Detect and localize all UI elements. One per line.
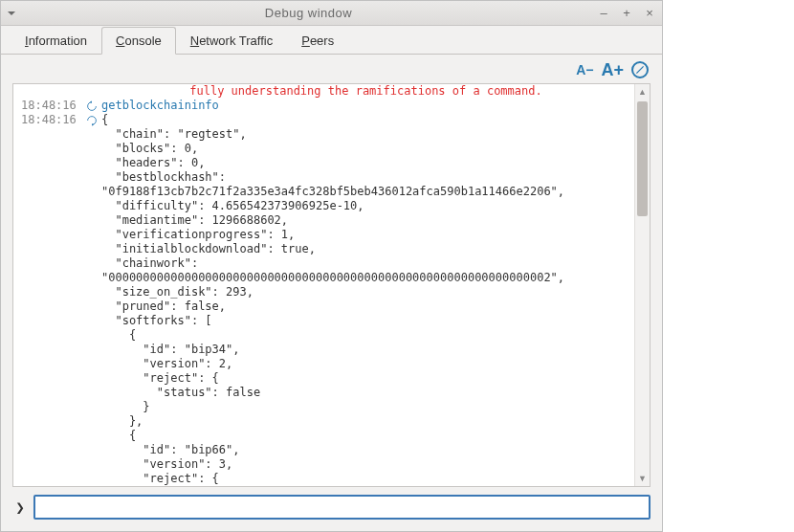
tab-bar: Information Console Network Traffic Peer…	[1, 26, 662, 55]
tab-label: Network Traffic	[190, 33, 273, 48]
font-decrease-button[interactable]: A−	[576, 62, 593, 78]
console-command-input[interactable]	[33, 495, 651, 520]
vertical-scrollbar[interactable]: ▲ ▼	[634, 84, 650, 486]
tab-peers[interactable]: Peers	[287, 27, 348, 54]
command-text: getblockchaininfo	[101, 99, 634, 113]
scroll-up-arrow-icon[interactable]: ▲	[635, 84, 650, 100]
tab-console[interactable]: Console	[101, 27, 176, 55]
console-toolbar: A− A+	[1, 55, 662, 81]
prompt-icon: ❯	[12, 499, 28, 517]
tab-label: Information	[25, 33, 87, 48]
console-row-warning: fully understanding the ramifications of…	[13, 84, 634, 99]
console-output: fully understanding the ramifications of…	[12, 83, 651, 487]
command-sent-icon	[82, 99, 101, 113]
warning-text: fully understanding the ramifications of…	[101, 84, 634, 99]
app-menu-icon[interactable]	[7, 9, 20, 18]
maximize-button[interactable]: +	[620, 6, 633, 20]
console-input-row: ❯	[12, 493, 651, 521]
response-text: { "chain": "regtest", "blocks": 0, "head…	[101, 113, 634, 486]
tab-label: Console	[116, 33, 162, 48]
console-panel: A− A+ fully understanding the ramificati…	[1, 55, 662, 531]
scrollbar-thumb[interactable]	[637, 101, 648, 216]
scroll-down-arrow-icon[interactable]: ▼	[635, 471, 650, 486]
titlebar[interactable]: Debug window – + ×	[1, 1, 662, 26]
clear-console-icon[interactable]	[631, 61, 649, 78]
svg-line-0	[636, 66, 643, 73]
close-button[interactable]: ×	[643, 6, 656, 20]
timestamp: 18:48:16	[13, 113, 82, 126]
tab-label: Peers	[301, 33, 334, 48]
minimize-button[interactable]: –	[597, 6, 610, 20]
font-increase-button[interactable]: A+	[601, 60, 624, 80]
tab-network-traffic[interactable]: Network Traffic	[176, 27, 287, 54]
window-buttons: – + ×	[597, 6, 656, 20]
window-title: Debug window	[20, 6, 597, 20]
row-icon	[82, 84, 101, 85]
console-row-command: 18:48:16 getblockchaininfo	[13, 99, 634, 113]
console-row-response: 18:48:16 { "chain": "regtest", "blocks":…	[13, 113, 634, 486]
console-rows: fully understanding the ramifications of…	[13, 84, 634, 486]
debug-window: Debug window – + × Information Console N…	[0, 0, 663, 532]
tab-information[interactable]: Information	[11, 27, 101, 54]
response-received-icon	[82, 113, 101, 127]
timestamp: 18:48:16	[13, 99, 82, 112]
console-scroll-area[interactable]: fully understanding the ramifications of…	[13, 84, 634, 486]
